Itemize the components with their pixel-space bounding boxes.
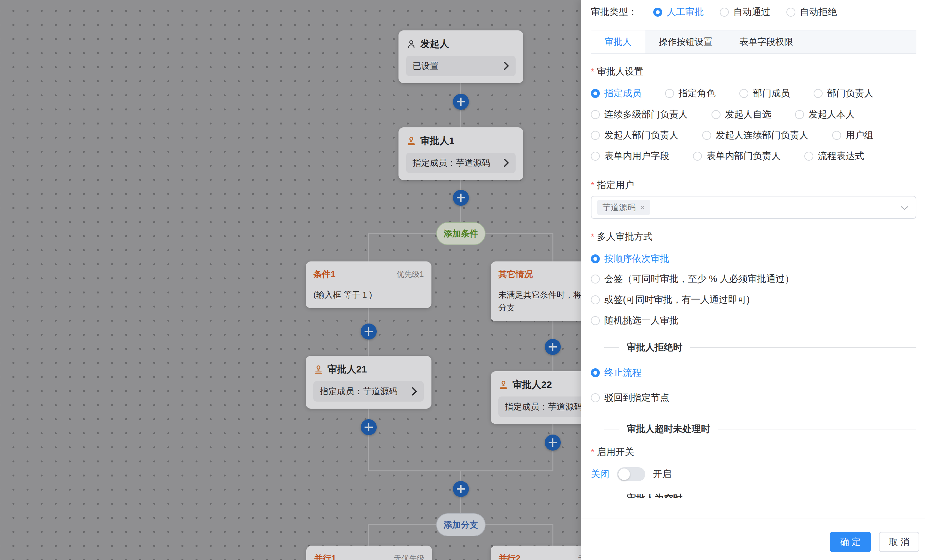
tab-label: 操作按钮设置 (659, 36, 713, 48)
radio-auto-approve[interactable]: 自动通过 (720, 6, 770, 18)
radio-sequential-approval[interactable]: 按顺序依次审批 (591, 253, 669, 265)
add-condition-button[interactable]: 添加条件 (436, 222, 485, 245)
timeout-section-title: 审批人超时未处理时 (627, 423, 710, 435)
radio-dot (591, 393, 600, 402)
radio-auto-reject[interactable]: 自动拒绝 (786, 6, 837, 18)
radio-dot (814, 89, 823, 98)
radio-designated-member[interactable]: 指定成员 (591, 87, 642, 100)
radio-or-sign[interactable]: 或签(可同时审批，有一人通过即可) (591, 294, 750, 306)
radio-form-user-field[interactable]: 表单内用户字段 (591, 150, 669, 163)
radio-countersign[interactable]: 会签（可同时审批，至少 % 人必须审批通过） (591, 272, 794, 285)
approver-settings-drawer: 审批类型： 人工审批 自动通过 自动拒绝 审批人 操作按钮设置 (581, 0, 925, 560)
radio-label: 发起人本人 (809, 108, 855, 121)
radio-process-expression[interactable]: 流程表达式 (804, 150, 864, 163)
multi-mode-label: * 多人审批方式 (591, 230, 652, 243)
required-asterisk: * (591, 447, 594, 457)
tab-label: 表单字段权限 (739, 36, 793, 48)
node-condition1[interactable]: 条件1 优先级1 (输入框 等于 1 ) (306, 262, 431, 308)
add-node-button[interactable] (545, 435, 561, 450)
switch-on-label: 开启 (653, 468, 672, 481)
multi-mode-option-row: 随机挑选一人审批 (591, 314, 679, 328)
radio-user-group[interactable]: 用户组 (832, 129, 874, 142)
condition-title: 其它情况 (498, 268, 533, 280)
empty-approver-title: 审批人为空时 (627, 492, 682, 498)
node-config-text: 指定成员：芋道源码 (413, 157, 490, 169)
radio-label: 按顺序依次审批 (604, 253, 669, 265)
radio-label: 会签（可同时审批，至少 % 人必须审批通过） (604, 272, 794, 285)
radio-random-one[interactable]: 随机挑选一人审批 (591, 314, 679, 327)
enable-switch-label: * 启用开关 (591, 446, 634, 459)
radio-dot (711, 110, 720, 119)
parallel-priority: 无优先级 (394, 553, 425, 560)
tab-button-settings[interactable]: 操作按钮设置 (645, 30, 726, 53)
radio-initiator-self[interactable]: 发起人本人 (795, 108, 855, 121)
node-config-text: 已设置 (413, 60, 438, 72)
multi-mode-option-row: 或签(可同时审批，有一人通过即可) (591, 293, 750, 307)
add-node-button[interactable] (453, 481, 469, 497)
node-title: 审批人1 (420, 134, 455, 148)
user-icon (406, 39, 416, 49)
node-parallel1[interactable]: 并行1 无优先级 (306, 546, 432, 560)
radio-dot (591, 152, 600, 161)
remove-tag-icon[interactable]: × (640, 203, 645, 212)
radio-dot (591, 316, 600, 325)
radio-form-dept-leader[interactable]: 表单内部门负责人 (693, 150, 780, 163)
add-node-button[interactable] (545, 339, 561, 355)
radio-dept-leader[interactable]: 部门负责人 (814, 87, 874, 100)
condition-title: 条件1 (313, 268, 336, 280)
connector-line (553, 524, 553, 546)
connector-line (553, 233, 553, 262)
add-node-button[interactable] (453, 190, 469, 206)
workflow-canvas[interactable]: 发起人 已设置 审批人1 指定成员：芋道源码 添加条件 条件1 优先级1 (输入… (0, 0, 581, 560)
assigned-user-label: * 指定用户 (591, 179, 634, 192)
radio-return-to-node[interactable]: 驳回到指定节点 (591, 391, 669, 404)
radio-dot (653, 8, 662, 17)
approver-setup-row1: 指定成员 指定角色 部门成员 部门负责人 (591, 86, 874, 101)
radio-manual-approval[interactable]: 人工审批 (653, 6, 704, 18)
radio-dot (804, 152, 813, 161)
tab-form-field-permissions[interactable]: 表单字段权限 (726, 30, 807, 53)
node-config-row[interactable]: 已设置 (406, 56, 516, 76)
add-branch-button[interactable]: 添加分支 (436, 513, 485, 536)
timeout-toggle[interactable] (617, 467, 645, 481)
radio-label: 驳回到指定节点 (604, 391, 669, 404)
tab-approver[interactable]: 审批人 (591, 30, 645, 53)
condition-expression: (输入框 等于 1 ) (313, 288, 424, 301)
confirm-button[interactable]: 确 定 (830, 532, 871, 552)
radio-label: 自动拒绝 (800, 6, 837, 18)
radio-designated-role[interactable]: 指定角色 (665, 87, 716, 100)
cancel-button[interactable]: 取 消 (879, 532, 919, 552)
node-config-row[interactable]: 指定成员：芋道源码 (313, 381, 424, 402)
radio-dept-member[interactable]: 部门成员 (739, 87, 790, 100)
radio-initiator-dept-leader[interactable]: 发起人部门负责人 (591, 129, 679, 142)
add-node-button[interactable] (361, 324, 377, 340)
connector-line (368, 404, 369, 471)
radio-initiator-multi-dept-leader[interactable]: 发起人连续部门负责人 (702, 129, 809, 142)
radio-terminate-process[interactable]: 终止流程 (591, 366, 642, 379)
node-config-text: 指定成员：芋道源码 (505, 401, 583, 412)
multi-mode-option-row: 按顺序依次审批 (591, 252, 669, 266)
approval-type-row: 审批类型： 人工审批 自动通过 自动拒绝 (591, 6, 837, 18)
radio-label: 发起人自选 (725, 108, 771, 121)
connector-line (368, 524, 369, 546)
node-config-row[interactable]: 指定成员：芋道源码 (406, 153, 516, 173)
add-node-button[interactable] (453, 94, 469, 110)
stamp-icon (498, 380, 509, 390)
node-approver21[interactable]: 审批人21 指定成员：芋道源码 (306, 356, 431, 409)
radio-multi-level-dept-leader[interactable]: 连续多级部门负责人 (591, 108, 688, 121)
node-approver1[interactable]: 审批人1 指定成员：芋道源码 (398, 127, 523, 180)
approver-setup-row2: 连续多级部门负责人 发起人自选 发起人本人 (591, 107, 855, 122)
required-asterisk: * (591, 232, 594, 242)
drawer-scroll-area[interactable]: 审批类型： 人工审批 自动通过 自动拒绝 审批人 操作按钮设置 (581, 0, 925, 498)
radio-label: 随机挑选一人审批 (604, 314, 679, 327)
radio-initiator-choose[interactable]: 发起人自选 (711, 108, 771, 121)
parallel-title: 并行2 (498, 552, 520, 560)
required-asterisk: * (591, 66, 594, 77)
radio-label: 连续多级部门负责人 (604, 108, 688, 121)
add-node-button[interactable] (361, 419, 377, 435)
radio-dot (591, 110, 600, 119)
assigned-user-select[interactable]: 芋道源码 × (591, 196, 916, 219)
node-start[interactable]: 发起人 已设置 (398, 30, 523, 83)
chevron-right-icon (503, 158, 509, 167)
multi-mode-option-row: 会签（可同时审批，至少 % 人必须审批通过） (591, 272, 794, 286)
